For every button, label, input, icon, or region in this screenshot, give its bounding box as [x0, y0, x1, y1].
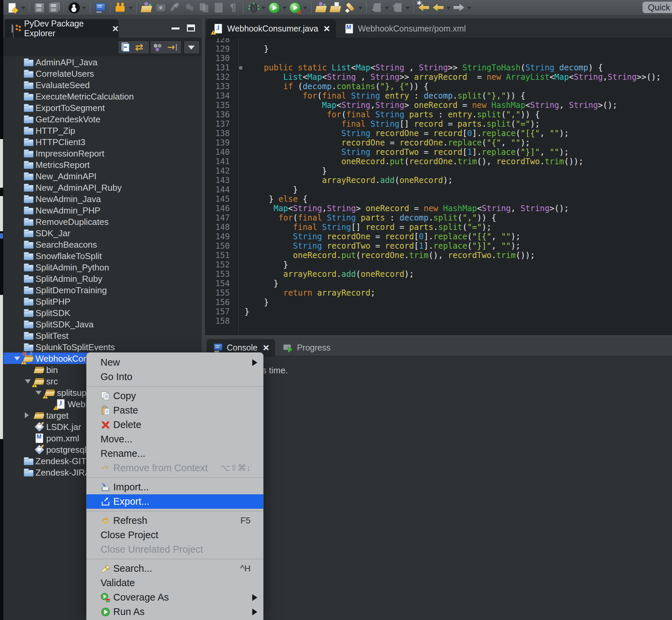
- tree-item-snowflaketosplit[interactable]: SnowflakeToSplit: [3, 250, 202, 261]
- new-wizard-icon[interactable]: [6, 1, 19, 14]
- tree-item-correlateusers[interactable]: CorrelateUsers: [3, 68, 202, 79]
- tree-item-splitphp[interactable]: SplitPHP: [3, 296, 202, 307]
- dropdown-caret-icon[interactable]: [446, 1, 451, 14]
- explorer-close-icon[interactable]: [112, 23, 119, 34]
- tree-item-splitadmin-ruby[interactable]: SplitAdmin_Ruby: [3, 273, 202, 284]
- bug-gray-icon[interactable]: [183, 1, 197, 14]
- link-with-editor-icon[interactable]: [133, 41, 148, 53]
- maximize-panel-icon[interactable]: [187, 24, 195, 32]
- menu-item-label: Copy: [113, 391, 136, 402]
- tree-expander-icon[interactable]: [14, 357, 20, 361]
- tree-item-new-adminapi-ruby[interactable]: New_AdminAPI_Ruby: [3, 182, 202, 193]
- menu-item-paste[interactable]: Paste: [87, 403, 263, 418]
- trim-tool-icon[interactable]: [169, 1, 182, 14]
- menu-item-rename-[interactable]: Rename...: [87, 447, 263, 461]
- tree-item-newadmin-php[interactable]: NewAdmin_PHP: [3, 204, 202, 216]
- tree-item-splitsdk-java[interactable]: SplitSDK_Java: [3, 318, 202, 330]
- dropdown-caret-icon[interactable]: [302, 1, 308, 14]
- focus-task-icon[interactable]: [165, 41, 180, 53]
- menu-item-close-project[interactable]: Close Project: [87, 528, 263, 542]
- menu-item-new[interactable]: New: [87, 355, 263, 370]
- tree-item-splitsdk[interactable]: SplitSDK: [3, 307, 202, 318]
- report-icon[interactable]: [212, 1, 225, 14]
- menu-item-delete[interactable]: Delete: [87, 418, 263, 432]
- explorer-tab[interactable]: PyDev Package Explorer: [5, 19, 119, 38]
- menu-item-search-[interactable]: Search...^H: [87, 561, 263, 576]
- next-annotation-icon[interactable]: [370, 1, 383, 14]
- tree-item-removeduplicates[interactable]: RemoveDuplicates: [3, 216, 202, 227]
- menu-item-coverage-as[interactable]: Coverage As: [87, 590, 263, 605]
- tree-item-http-zip[interactable]: HTTP_Zip: [3, 125, 202, 136]
- forward-icon[interactable]: [452, 1, 466, 14]
- fold-marker-icon[interactable]: [239, 66, 242, 70]
- tab-close-icon[interactable]: [324, 23, 330, 34]
- back-icon[interactable]: [432, 1, 445, 14]
- editor-tab-active[interactable]: WebhookConsumer.java: [206, 19, 336, 38]
- tree-item-adminapi-java[interactable]: AdminAPI_Java: [3, 56, 202, 68]
- tree-item-metricsreport[interactable]: MetricsReport: [3, 159, 202, 170]
- user-profile-icon[interactable]: [67, 1, 80, 14]
- dropdown-caret-icon[interactable]: [384, 1, 390, 14]
- split-io-icon[interactable]: [114, 1, 127, 14]
- import-folder-icon[interactable]: [140, 1, 154, 14]
- console-tab-progress[interactable]: Progress: [277, 339, 336, 356]
- remote-console-icon[interactable]: [94, 1, 107, 14]
- menu-item-label: Move...: [101, 434, 132, 445]
- quick-access-box[interactable]: Quick Access: [642, 2, 672, 13]
- paste-folder-icon[interactable]: [329, 1, 342, 14]
- menu-item-import-[interactable]: Import...: [87, 480, 263, 494]
- dropdown-caret-icon[interactable]: [405, 1, 410, 14]
- menu-item-go-into[interactable]: Go Into: [87, 370, 263, 384]
- pilcrow-icon[interactable]: [226, 1, 240, 14]
- dropdown-caret-icon[interactable]: [261, 1, 266, 14]
- screenshot-tool-icon[interactable]: [155, 1, 168, 14]
- dropdown-caret-icon[interactable]: [358, 1, 363, 14]
- tree-item-newadmin-java[interactable]: NewAdmin_Java: [3, 193, 202, 204]
- tree-item-impressionreport[interactable]: ImpressionReport: [3, 148, 202, 159]
- editor-tab-inactive[interactable]: WebhookConsumer/pom.xml: [337, 19, 472, 38]
- menu-item-copy[interactable]: Copy: [87, 389, 263, 403]
- tree-item-splitadmin-python[interactable]: SplitAdmin_Python: [3, 261, 202, 273]
- prev-annotation-icon[interactable]: [391, 1, 404, 14]
- marker-pen-icon[interactable]: [343, 1, 357, 14]
- tree-item-splunktosplitevents[interactable]: SplunkToSplitEvents: [3, 341, 202, 353]
- tree-item-searchbeacons[interactable]: SearchBeacons: [3, 239, 202, 250]
- minimize-panel-icon[interactable]: [171, 28, 179, 30]
- tree-item-exporttosegment[interactable]: ExportToSegment: [3, 102, 202, 113]
- tree-item-getzendeskvote[interactable]: GetZendeskVote: [3, 113, 202, 125]
- code-area[interactable]: 128129 }130131 public static List<Map<St…: [205, 38, 672, 335]
- dropdown-caret-icon[interactable]: [282, 1, 287, 14]
- menu-item-export-[interactable]: Export...: [87, 494, 263, 509]
- collapse-all-icon[interactable]: [118, 41, 133, 53]
- open-projects-icon[interactable]: [315, 1, 328, 14]
- tree-item-splitdemotraining[interactable]: SplitDemoTraining: [3, 284, 202, 296]
- project-closed-icon: [23, 216, 34, 226]
- save-icon[interactable]: [33, 1, 46, 14]
- tree-item-splittest[interactable]: SplitTest: [3, 330, 202, 341]
- tree-item-httpclient3[interactable]: HTTPClient3: [3, 136, 202, 148]
- run-icon[interactable]: [267, 1, 281, 14]
- tab-close-icon[interactable]: [263, 342, 269, 353]
- dropdown-caret-icon[interactable]: [467, 1, 472, 14]
- back-star-icon[interactable]: [417, 1, 431, 14]
- tree-item-sdk-jar[interactable]: SDK_Jar: [3, 227, 202, 239]
- tree-expander-icon[interactable]: [25, 412, 29, 418]
- menu-item-move-[interactable]: Move...: [87, 432, 263, 447]
- compare-icon[interactable]: [198, 1, 211, 14]
- dropdown-caret-icon[interactable]: [20, 1, 26, 14]
- view-menu-icon[interactable]: [184, 41, 199, 53]
- save-all-icon[interactable]: [47, 1, 60, 14]
- dropdown-caret-icon[interactable]: [128, 1, 133, 14]
- tree-item-evaluateseed[interactable]: EvaluateSeed: [3, 79, 202, 91]
- filters-icon[interactable]: [151, 41, 165, 53]
- dropdown-caret-icon[interactable]: [81, 1, 87, 14]
- tree-item-new-adminapi[interactable]: New_AdminAPI: [3, 170, 202, 182]
- menu-item-run-as[interactable]: Run As: [87, 605, 263, 619]
- tree-expander-icon[interactable]: [25, 379, 31, 383]
- menu-item-refresh[interactable]: RefreshF5: [87, 513, 263, 528]
- tree-expander-icon[interactable]: [36, 391, 42, 395]
- profile-icon[interactable]: [288, 1, 301, 14]
- menu-item-validate[interactable]: Validate: [87, 576, 263, 590]
- tree-item-executemetriccalculation[interactable]: ExecuteMetricCalculation: [3, 91, 202, 102]
- debug-icon[interactable]: [246, 1, 260, 14]
